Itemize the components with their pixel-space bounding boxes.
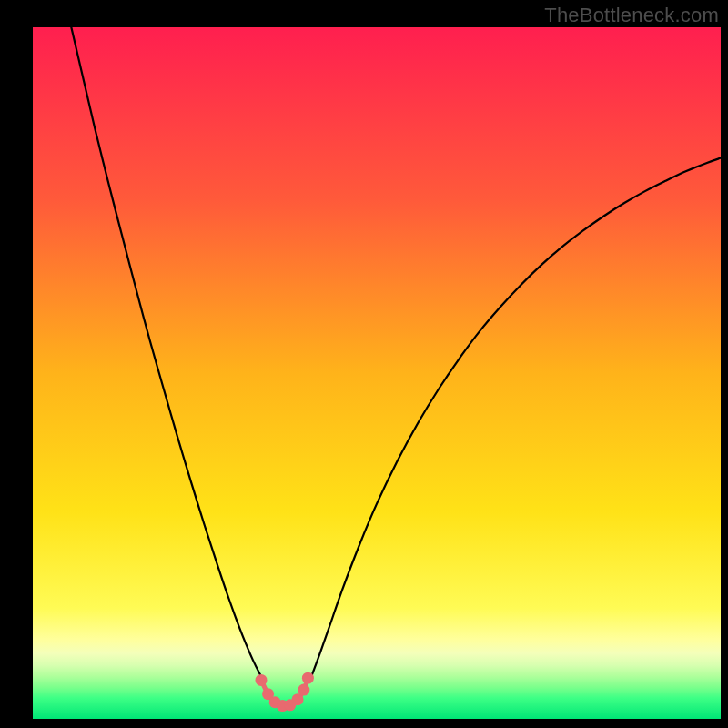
chart-area — [33, 27, 721, 719]
chart-background — [33, 27, 721, 719]
stage: TheBottleneck.com — [0, 0, 728, 728]
trough-dot — [255, 674, 267, 686]
watermark-text: TheBottleneck.com — [544, 4, 719, 27]
trough-dot — [298, 684, 309, 696]
trough-dot — [302, 672, 314, 684]
chart-svg — [33, 27, 721, 719]
